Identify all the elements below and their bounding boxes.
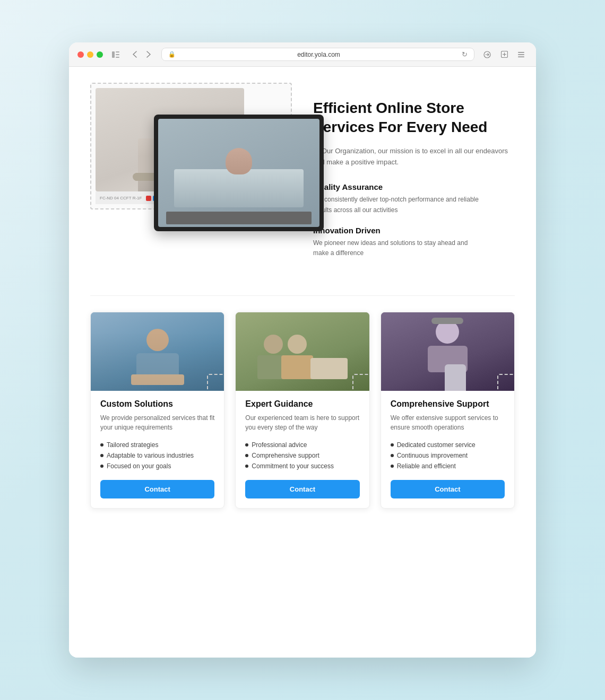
card-1-list: Tailored strategies Adaptable to various… (100, 440, 214, 471)
bullet-icon (391, 465, 394, 468)
bullet-icon (100, 454, 103, 457)
browser-content: FC-ND 04 CCFT R-1F (69, 67, 536, 658)
svg-rect-8 (518, 56, 524, 57)
list-item-text: Commitment to your success (252, 462, 334, 470)
card-2-body: Expert Guidance Our experienced team is … (236, 391, 369, 508)
list-item-text: Professional advice (252, 441, 307, 449)
traffic-light-red[interactable] (77, 51, 84, 58)
svg-rect-3 (116, 57, 119, 58)
list-item-text: Continuous improvement (397, 452, 468, 459)
hero-section: FC-ND 04 CCFT R-1F (90, 83, 515, 269)
forward-button[interactable] (142, 48, 155, 61)
list-item: Professional advice (245, 440, 359, 450)
card-custom-solutions: Custom Solutions We provide personalized… (90, 312, 224, 509)
bullet-icon (100, 465, 103, 468)
hero-description: At Our Organization, our mission is to e… (313, 146, 515, 168)
list-item: Tailored strategies (100, 440, 214, 450)
address-bar[interactable]: editor.yola.com (179, 51, 459, 58)
card-2-contact-button[interactable]: Contact (245, 480, 359, 498)
feature-quality-title: Quality Assurance (313, 182, 515, 191)
list-item-text: Adaptable to various industries (107, 452, 194, 459)
list-item: Adaptable to various industries (100, 450, 214, 461)
browser-chrome: 🔒 editor.yola.com ↻ (69, 42, 536, 67)
bullet-icon (245, 454, 248, 457)
card-1-body: Custom Solutions We provide personalized… (91, 391, 224, 508)
address-bar-container[interactable]: 🔒 editor.yola.com ↻ (161, 48, 474, 61)
feature-innovation-desc: We pioneer new ideas and solutions to st… (313, 238, 483, 258)
traffic-light-green[interactable] (97, 51, 103, 58)
feature-quality-assurance: Quality Assurance We consistently delive… (313, 182, 515, 215)
list-item-text: Dedicated customer service (397, 441, 476, 449)
hero-text: Efficient Online Store Services For Ever… (313, 83, 515, 269)
bullet-icon (245, 443, 248, 447)
hero-title: Efficient Online Store Services For Ever… (313, 99, 515, 137)
browser-window: 🔒 editor.yola.com ↻ (69, 42, 536, 658)
bullet-icon (100, 443, 103, 447)
card-2-image (236, 312, 369, 391)
thumbnail-text: FC-ND 04 CCFT R-1F (100, 196, 142, 200)
feature-quality-desc: We consistently deliver top-notch perfor… (313, 195, 483, 215)
feature-innovation-driven: Innovation Driven We pioneer new ideas a… (313, 226, 515, 258)
dashed-corner-3 (497, 374, 514, 391)
dashed-corner-1 (207, 374, 224, 391)
card-3-image (381, 312, 514, 391)
refresh-icon[interactable]: ↻ (462, 50, 468, 58)
card-comprehensive-support: Comprehensive Support We offer extensive… (381, 312, 515, 509)
nav-buttons (128, 48, 155, 61)
card-3-title: Comprehensive Support (391, 399, 505, 409)
svg-rect-1 (116, 51, 119, 52)
bullet-icon (245, 465, 248, 468)
card-3-list: Dedicated customer service Continuous im… (391, 440, 505, 471)
page-content: FC-ND 04 CCFT R-1F (69, 67, 536, 535)
svg-rect-0 (112, 51, 115, 58)
list-item: Continuous improvement (391, 450, 505, 461)
card-3-description: We offer extensive support services to e… (391, 413, 505, 432)
section-divider (90, 295, 515, 296)
svg-rect-7 (518, 54, 524, 55)
list-item-text: Focused on your goals (107, 462, 171, 470)
dashed-corner-2 (352, 374, 369, 391)
traffic-light-yellow[interactable] (87, 51, 93, 58)
card-1-title: Custom Solutions (100, 399, 214, 409)
card-2-description: Our experienced team is here to support … (245, 413, 359, 432)
card-1-contact-button[interactable]: Contact (100, 480, 214, 498)
lock-icon: 🔒 (168, 51, 176, 58)
list-item: Commitment to your success (245, 461, 359, 471)
card-expert-guidance: Expert Guidance Our experienced team is … (235, 312, 369, 509)
menu-icon[interactable] (515, 48, 528, 61)
card-3-body: Comprehensive Support We offer extensive… (381, 391, 514, 508)
sidebar-toggle-icon[interactable] (109, 48, 122, 61)
list-item-text: Comprehensive support (252, 452, 319, 459)
list-item: Reliable and efficient (391, 461, 505, 471)
card-3-contact-button[interactable]: Contact (391, 480, 505, 498)
list-item: Comprehensive support (245, 450, 359, 461)
bullet-icon (391, 443, 394, 447)
laptop-overlay-image (154, 115, 324, 231)
svg-rect-6 (518, 52, 524, 53)
list-item: Dedicated customer service (391, 440, 505, 450)
list-item-text: Tailored strategies (107, 441, 158, 449)
cards-section: Custom Solutions We provide personalized… (90, 312, 515, 509)
card-2-title: Expert Guidance (245, 399, 359, 409)
share-icon[interactable] (481, 48, 494, 61)
list-item-text: Reliable and efficient (397, 462, 456, 470)
hero-image-area: FC-ND 04 CCFT R-1F (90, 83, 292, 209)
new-tab-icon[interactable] (498, 48, 511, 61)
back-button[interactable] (128, 48, 141, 61)
laptop-screen (158, 119, 319, 227)
list-item: Focused on your goals (100, 461, 214, 471)
card-1-description: We provide personalized services that fi… (100, 413, 214, 432)
card-1-image (91, 312, 224, 391)
browser-actions (481, 48, 528, 61)
svg-rect-2 (116, 54, 119, 55)
traffic-lights (77, 51, 103, 58)
bullet-icon (391, 454, 394, 457)
feature-innovation-title: Innovation Driven (313, 226, 515, 235)
card-2-list: Professional advice Comprehensive suppor… (245, 440, 359, 471)
